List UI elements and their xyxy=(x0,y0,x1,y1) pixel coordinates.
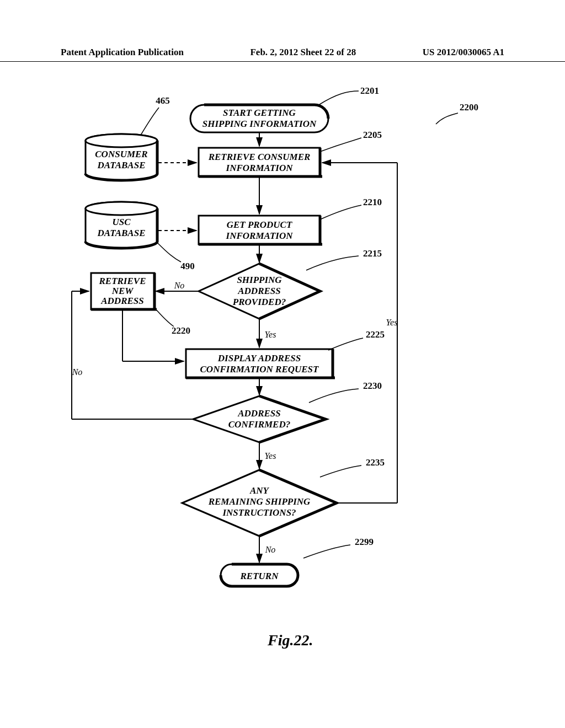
svg-text:SHIPPING INFORMATION: SHIPPING INFORMATION xyxy=(202,119,317,129)
flowchart-diagram: START GETTING SHIPPING INFORMATION 2201 … xyxy=(50,83,513,667)
svg-text:SHIPPING: SHIPPING xyxy=(237,275,282,285)
svg-text:ADDRESS: ADDRESS xyxy=(100,296,143,306)
figure-caption: Fig.22. xyxy=(268,631,313,649)
node-retrieve-consumer: RETRIEVE CONSUMER INFORMATION xyxy=(199,148,322,176)
node-display-confirmation: DISPLAY ADDRESS CONFIRMATION REQUEST xyxy=(186,349,335,378)
svg-text:CONSUMER: CONSUMER xyxy=(95,149,147,159)
ref-2215: 2215 xyxy=(363,248,382,259)
ref-490: 490 xyxy=(180,261,195,271)
edge-yes-3: Yes xyxy=(386,318,398,327)
edge-no-3: No xyxy=(265,545,276,554)
svg-text:INFORMATION: INFORMATION xyxy=(226,231,294,241)
ref-2201: 2201 xyxy=(360,85,379,96)
node-address-confirmed: ADDRESS CONFIRMED? xyxy=(193,396,326,442)
svg-text:RETRIEVE CONSUMER: RETRIEVE CONSUMER xyxy=(208,152,311,162)
svg-text:GET PRODUCT: GET PRODUCT xyxy=(227,220,292,230)
svg-text:ADDRESS: ADDRESS xyxy=(237,408,280,419)
edge-no-1: No xyxy=(174,281,185,290)
header-center: Feb. 2, 2012 Sheet 22 of 28 xyxy=(250,47,356,58)
ref-2205: 2205 xyxy=(363,130,382,140)
svg-text:DATABASE: DATABASE xyxy=(97,160,146,170)
header-right: US 2012/0030065 A1 xyxy=(423,47,504,58)
svg-point-9 xyxy=(86,134,157,147)
ref-2235: 2235 xyxy=(366,457,385,468)
ref-2220: 2220 xyxy=(172,325,190,336)
node-shipping-provided: SHIPPING ADDRESS PROVIDED? xyxy=(199,264,320,319)
svg-text:CONFIRMATION REQUEST: CONFIRMATION REQUEST xyxy=(200,364,319,374)
ref-2210: 2210 xyxy=(363,197,382,207)
edge-yes-2: Yes xyxy=(265,451,276,461)
node-get-product: GET PRODUCT INFORMATION xyxy=(199,216,322,244)
svg-text:CONFIRMED?: CONFIRMED? xyxy=(228,419,290,430)
node-usc-db: USC DATABASE xyxy=(86,202,157,248)
svg-text:PROVIDED?: PROVIDED? xyxy=(232,297,286,307)
svg-text:NEW: NEW xyxy=(111,286,135,296)
header-left: Patent Application Publication xyxy=(61,47,184,58)
svg-point-21 xyxy=(86,202,157,215)
svg-text:RETURN: RETURN xyxy=(240,571,279,581)
node-retrieve-new-address: RETRIEVE NEW ADDRESS xyxy=(91,273,157,309)
ref-2230: 2230 xyxy=(363,381,382,391)
svg-text:REMAINING SHIPPING: REMAINING SHIPPING xyxy=(208,496,311,507)
ref-2200: 2200 xyxy=(460,102,478,113)
node-start: START GETTING SHIPPING INFORMATION xyxy=(190,105,328,132)
svg-text:START GETTING: START GETTING xyxy=(223,108,296,118)
svg-text:RETRIEVE: RETRIEVE xyxy=(98,276,146,286)
node-consumer-db: CONSUMER DATABASE xyxy=(86,134,157,180)
node-return: RETURN xyxy=(221,564,298,586)
svg-text:INFORMATION: INFORMATION xyxy=(226,163,294,173)
edge-no-2: No xyxy=(72,367,83,377)
ref-465: 465 xyxy=(156,95,170,106)
svg-text:DATABASE: DATABASE xyxy=(97,228,146,238)
svg-text:INSTRUCTIONS?: INSTRUCTIONS? xyxy=(222,507,296,518)
ref-2225: 2225 xyxy=(366,329,385,340)
node-remaining-instructions: ANY REMAINING SHIPPING INSTRUCTIONS? xyxy=(182,470,337,536)
svg-text:DISPLAY ADDRESS: DISPLAY ADDRESS xyxy=(217,353,301,363)
svg-text:USC: USC xyxy=(112,217,131,227)
ref-2299: 2299 xyxy=(355,537,374,547)
svg-text:ADDRESS: ADDRESS xyxy=(237,286,280,296)
edge-yes-1: Yes xyxy=(265,330,276,339)
svg-text:ANY: ANY xyxy=(249,485,270,496)
